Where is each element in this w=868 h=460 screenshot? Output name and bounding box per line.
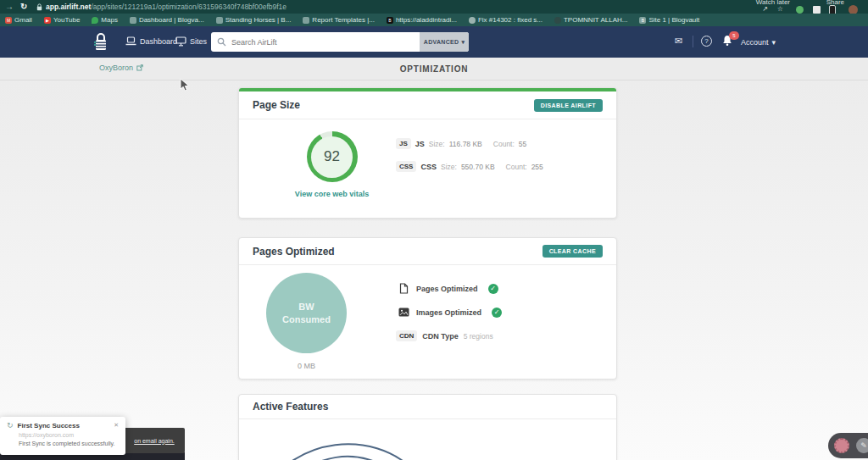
bookmark-fix-14302[interactable]: Fix #14302 : fixed s... <box>469 16 542 24</box>
bookmark-dashboard-blogvault[interactable]: Dashboard | Blogva... <box>130 16 204 24</box>
mail-icon[interactable]: ✉ <box>675 36 682 47</box>
youtube-icon: ▶ <box>44 17 51 24</box>
gmail-icon: M <box>5 17 12 24</box>
site-icon <box>130 17 136 24</box>
bw-consumed-value: 0 MB <box>266 362 347 370</box>
screen-recorder-pill: ✎ <box>828 433 868 458</box>
reload-icon[interactable]: ↻ <box>20 1 27 13</box>
search-bar: ADVANCED ▾ <box>211 32 469 52</box>
extension-icon[interactable] <box>796 6 804 14</box>
monitor-icon <box>175 36 186 47</box>
cdn-type-row: CDN CDN Type 5 regions <box>396 330 502 342</box>
check-icon: ✓ <box>492 308 502 318</box>
annotate-button[interactable]: ✎ <box>856 438 868 453</box>
pages-optimized-row: Pages Optimized ✓ <box>396 282 502 295</box>
js-badge: JS <box>396 138 411 149</box>
account-menu[interactable]: Account ▾ <box>741 38 776 47</box>
bookmarks-bar: MGmail ▶YouTube Maps Dashboard | Blogva.… <box>0 14 868 26</box>
bookmark-site1-blogvault[interactable]: BSite 1 | Blogvault <box>639 16 699 24</box>
disable-airlift-button[interactable]: DISABLE AIRLIFT <box>534 99 603 112</box>
airlift-logo[interactable] <box>94 33 108 51</box>
css-stat-row: CSS CSS Size: 550.70 KB Count: 255 <box>396 161 543 172</box>
images-optimized-row: Images Optimized ✓ <box>396 306 502 319</box>
page-size-card: Page Size DISABLE AIRLIFT 92 View core w… <box>238 87 617 219</box>
js-stat-row: JS JS Size: 116.78 KB Count: 55 <box>396 138 543 149</box>
watch-later-label[interactable]: Watch later <box>756 0 790 6</box>
pages-optimized-title: Pages Optimized <box>253 246 335 258</box>
bookmark-tpomnnit[interactable]: TPOMNNIT ALLAH... <box>554 16 627 24</box>
sync-icon: ↻ <box>7 422 14 430</box>
extension-pin-icon[interactable] <box>813 6 821 14</box>
app-header: Dashboard Sites ADVANCED ▾ ✉ ? <box>0 26 868 58</box>
toast-message: First Sync is completed successfully. <box>19 441 119 446</box>
bookmark-standing-horses[interactable]: Standing Horses | B... <box>216 16 292 24</box>
page-size-title: Page Size <box>253 99 300 111</box>
star-icon[interactable]: ☆ <box>777 5 783 13</box>
check-icon: ✓ <box>488 284 498 294</box>
search-icon <box>217 37 226 47</box>
mouse-cursor <box>180 78 190 92</box>
first-sync-toast: ↻ First Sync Success ✕ https://oxyboron.… <box>0 417 125 455</box>
active-features-title: Active Features <box>253 401 328 413</box>
globe-icon <box>554 17 561 24</box>
toast-url: https://oxyboron.com <box>19 432 119 438</box>
cdn-badge: CDN <box>396 330 417 341</box>
notification-badge: 5 <box>729 31 739 40</box>
email-again-link[interactable]: on email again. <box>134 438 174 444</box>
bw-consumed-circle: BW Consumed <box>266 273 347 353</box>
video-overlay-controls: Watch later Share ↗ ☆ <box>749 0 868 14</box>
clear-cache-button[interactable]: CLEAR CACHE <box>542 245 603 258</box>
bookmark-report-templates[interactable]: Report Templates |... <box>303 16 375 24</box>
site-icon: B <box>387 17 393 24</box>
bookmark-aladdintrade[interactable]: Bhttps://aladdintradi... <box>387 16 457 24</box>
score-ring: 92 <box>307 131 358 182</box>
nav-dashboard[interactable]: Dashboard <box>125 36 177 46</box>
active-features-card: Active Features ⊛ Critical CSS ✓ <box>238 394 617 460</box>
features-illustration <box>254 423 424 460</box>
screen: → ↻ app.airlift.net/app/sites/121219a1/o… <box>0 0 868 460</box>
close-icon[interactable]: ✕ <box>114 422 119 429</box>
document-icon <box>399 283 409 294</box>
site-icon <box>303 17 309 24</box>
maps-pin-icon <box>92 17 98 24</box>
chevron-down-icon: ▾ <box>772 38 776 47</box>
site-icon <box>216 17 223 24</box>
bookmark-youtube[interactable]: ▶YouTube <box>44 16 80 24</box>
bookmark-gmail[interactable]: MGmail <box>5 16 32 24</box>
email-again-tooltip: on email again. <box>124 428 185 453</box>
view-core-web-vitals-link[interactable]: View core web vitals <box>279 190 385 198</box>
toast-title: First Sync Success <box>18 422 114 430</box>
score-value: 92 <box>324 148 340 165</box>
record-button[interactable] <box>834 438 849 453</box>
laptop-icon <box>125 36 136 46</box>
share-arrow-icon[interactable]: ↗ <box>762 5 768 13</box>
browser-address-bar: → ↻ app.airlift.net/app/sites/121219a1/o… <box>0 0 868 14</box>
help-icon[interactable]: ? <box>701 36 712 47</box>
bookmark-maps[interactable]: Maps <box>92 16 118 24</box>
css-badge: CSS <box>396 161 416 172</box>
image-icon <box>398 308 409 317</box>
pages-optimized-card: Pages Optimized CLEAR CACHE BW Consumed … <box>238 237 617 380</box>
site-icon <box>469 17 476 24</box>
chevron-down-icon: ▾ <box>461 39 465 46</box>
site-icon: B <box>639 17 646 24</box>
advanced-button[interactable]: ADVANCED ▾ <box>420 32 469 52</box>
page-subheader: OxyBoron OPTIMIZATION <box>0 58 868 80</box>
lock-icon <box>36 3 42 11</box>
page-title: OPTIMIZATION <box>0 64 868 74</box>
forward-icon[interactable]: → <box>5 1 14 13</box>
url-text[interactable]: app.airlift.net/app/sites/121219a1/optim… <box>46 3 287 11</box>
nav-sites[interactable]: Sites <box>175 36 207 47</box>
header-divider <box>693 36 693 47</box>
